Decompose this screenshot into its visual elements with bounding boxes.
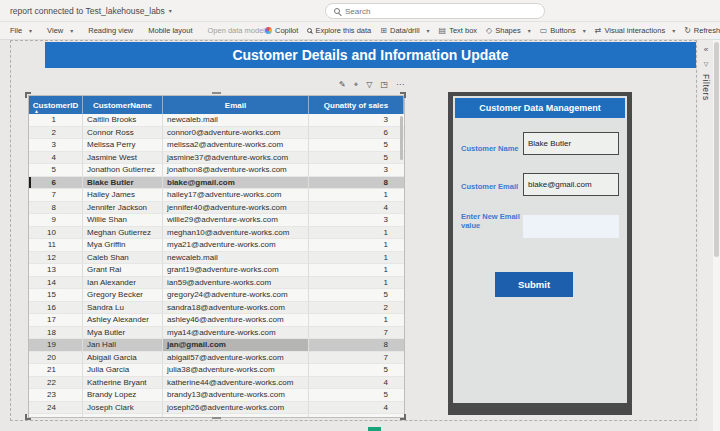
table-row[interactable]: 18Mya Butlermya14@adventure-works.com7	[29, 327, 404, 340]
filters-pane-label[interactable]: Filters	[701, 74, 711, 101]
table-row[interactable]: 24Joseph Clarkjoseph26@adventure-works.c…	[29, 402, 404, 415]
cell-customername[interactable]: Ashley Alexander	[83, 314, 163, 327]
cell-customername[interactable]: Abigail Garcia	[83, 352, 163, 365]
cell-customerid[interactable]: 9	[29, 214, 83, 227]
cell-email[interactable]: julia38@adventure-works.com	[163, 364, 309, 377]
cell-customerid[interactable]: 22	[29, 377, 83, 390]
cell-customerid[interactable]: 19	[29, 339, 83, 352]
menu-shapes[interactable]: ◇ Shapes ▾	[486, 26, 531, 35]
page-tab-indicator[interactable]	[368, 427, 381, 431]
search-input[interactable]	[345, 7, 525, 16]
cell-customername[interactable]: Gregory Becker	[83, 289, 163, 302]
cell-quantity[interactable]: 4	[309, 377, 404, 390]
cell-customerid[interactable]: 15	[29, 289, 83, 302]
table-row[interactable]: 4Jasmine Westjasmine37@adventure-works.c…	[29, 152, 404, 165]
menu-copilot[interactable]: Copilot	[265, 26, 298, 35]
table-row[interactable]: 8Jennifer Jacksonjennifer40@adventure-wo…	[29, 202, 404, 215]
cell-email[interactable]: newcaleb.mail	[163, 114, 309, 127]
resize-handle-bottom-center[interactable]	[212, 417, 221, 419]
column-header-quantity[interactable]: Qunatity of sales	[309, 96, 404, 114]
focus-mode-icon[interactable]: ◳	[380, 80, 388, 90]
cell-customerid[interactable]: 7	[29, 189, 83, 202]
table-row[interactable]: 20Abigail Garciaabigail57@adventure-work…	[29, 352, 404, 365]
cell-email[interactable]: melissa2@adventure-works.com	[163, 139, 309, 152]
resize-handle-bottom-left[interactable]	[25, 414, 31, 420]
cell-email[interactable]: ashley46@adventure-works.com	[163, 314, 309, 327]
new-email-field[interactable]	[523, 215, 619, 238]
cell-customerid[interactable]: 10	[29, 227, 83, 240]
cell-quantity[interactable]: 4	[309, 402, 404, 415]
cell-customerid[interactable]: 14	[29, 277, 83, 290]
table-row[interactable]: 14Ian Alexanderian59@adventure-works.com…	[29, 277, 404, 290]
cell-customerid[interactable]: 5	[29, 164, 83, 177]
table-row[interactable]: 17Ashley Alexanderashley46@adventure-wor…	[29, 314, 404, 327]
cell-quantity[interactable]: 4	[309, 414, 404, 418]
table-row[interactable]: 5Jonathon Gutierrezjonathon8@adventure-w…	[29, 164, 404, 177]
filter-icon[interactable]: ▽	[366, 80, 372, 90]
cell-customername[interactable]: Jan Hall	[83, 339, 163, 352]
cell-email[interactable]: brandy13@adventure-works.com	[163, 389, 309, 402]
cell-email[interactable]: ian59@adventure-works.com	[163, 277, 309, 290]
cell-customername[interactable]: Jonathon Gutierrez	[83, 164, 163, 177]
cell-customername[interactable]: Caleb Shan	[83, 252, 163, 265]
cell-email[interactable]: jasmine37@adventure-works.com	[163, 152, 309, 165]
customer-email-field[interactable]	[523, 173, 619, 196]
cell-customername[interactable]: Joseph Clark	[83, 402, 163, 415]
cell-customername[interactable]: Meghan Gutierrez	[83, 227, 163, 240]
resize-handle-top-right[interactable]	[400, 92, 406, 98]
customer-table[interactable]: CustomerID CustomerName Email Qunatity o…	[28, 95, 405, 418]
table-row[interactable]: 21Julia Garciajulia38@adventure-works.co…	[29, 364, 404, 377]
column-header-email[interactable]: Email	[163, 96, 309, 114]
cell-email[interactable]: jonathon8@adventure-works.com	[163, 164, 309, 177]
cell-email[interactable]: jan@gmail.com	[163, 339, 309, 352]
cell-customername[interactable]: Connor Ross	[83, 127, 163, 140]
customer-name-field[interactable]	[523, 132, 619, 155]
cell-quantity[interactable]: 8	[309, 339, 404, 352]
cell-customerid[interactable]: 3	[29, 139, 83, 152]
menu-open-data-model[interactable]: Open data model	[207, 26, 265, 35]
cell-quantity[interactable]: 8	[309, 177, 404, 190]
table-row[interactable]: 22Katherine Bryantkatherine44@adventure-…	[29, 377, 404, 390]
search-box[interactable]	[325, 3, 545, 19]
table-row[interactable]: 2Connor Rossconnor0@adventure-works.com6	[29, 127, 404, 140]
table-row[interactable]: 6Blake Butlerblake@gmail.com8	[29, 177, 404, 190]
edit-icon[interactable]: ✎	[339, 80, 346, 90]
cell-customerid[interactable]: 17	[29, 314, 83, 327]
cell-customerid[interactable]: 8	[29, 202, 83, 215]
cell-customername[interactable]: Melissa Perry	[83, 139, 163, 152]
cell-customername[interactable]: Edward Jackson	[83, 414, 163, 418]
cell-email[interactable]: mya21@adventure-works.com	[163, 239, 309, 252]
cell-email[interactable]: mya14@adventure-works.com	[163, 327, 309, 340]
menu-mobile-layout[interactable]: Mobile layout	[148, 26, 192, 35]
cell-customerid[interactable]: 18	[29, 327, 83, 340]
expand-pane-icon[interactable]: «	[704, 45, 708, 54]
cell-customerid[interactable]: 20	[29, 352, 83, 365]
cell-customername[interactable]: Blake Butler	[83, 177, 163, 190]
cell-email[interactable]: grant19@adventure-works.com	[163, 264, 309, 277]
table-row[interactable]: 9Willie Shanwillie29@adventure-works.com…	[29, 214, 404, 227]
cell-quantity[interactable]: 6	[309, 127, 404, 140]
cell-email[interactable]: newcaleb.mail	[163, 252, 309, 265]
cell-customername[interactable]: Willie Shan	[83, 214, 163, 227]
cell-customerid[interactable]: 1	[29, 114, 83, 127]
cell-email[interactable]: edward24@adventure-works.com	[163, 414, 309, 418]
menu-reading-view[interactable]: Reading view	[88, 26, 133, 35]
menu-file[interactable]: File ▾	[10, 26, 32, 35]
pin-icon[interactable]: ⌖	[354, 80, 359, 90]
cell-quantity[interactable]: 7	[309, 352, 404, 365]
cell-email[interactable]: katherine44@adventure-works.com	[163, 377, 309, 390]
cell-customername[interactable]: Grant Rai	[83, 264, 163, 277]
cell-customerid[interactable]: 12	[29, 252, 83, 265]
cell-customerid[interactable]: 2	[29, 127, 83, 140]
cell-email[interactable]: blake@gmail.com	[163, 177, 309, 190]
cell-quantity[interactable]: 5	[309, 139, 404, 152]
cell-email[interactable]: abigail57@adventure-works.com	[163, 352, 309, 365]
cell-customerid[interactable]: 4	[29, 152, 83, 165]
cell-email[interactable]: joseph26@adventure-works.com	[163, 402, 309, 415]
cell-customerid[interactable]: 24	[29, 402, 83, 415]
cell-quantity[interactable]: 2	[309, 302, 404, 315]
table-row[interactable]: 13Grant Raigrant19@adventure-works.com1	[29, 264, 404, 277]
cell-quantity[interactable]: 1	[309, 264, 404, 277]
cell-email[interactable]: connor0@adventure-works.com	[163, 127, 309, 140]
more-options-icon[interactable]: ⋯	[396, 80, 404, 90]
